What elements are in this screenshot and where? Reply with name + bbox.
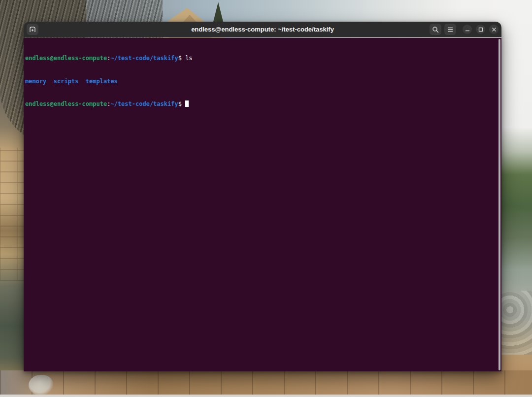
maximize-button[interactable] — [476, 25, 485, 34]
directory-name: memory — [25, 78, 46, 85]
wallpaper-tree — [213, 2, 224, 24]
search-icon — [432, 26, 439, 33]
prompt-path: ~/test-code/taskify — [110, 100, 178, 107]
wallpaper-rocks — [500, 291, 532, 355]
terminal-cursor — [185, 100, 189, 107]
terminal-line-ls-output: memoryscriptstemplates — [25, 78, 497, 86]
minimize-button[interactable] — [463, 25, 472, 34]
terminal-window: endless@endless-compute: ~/test-code/tas… — [24, 22, 501, 371]
command-text: ls — [185, 55, 192, 62]
wallpaper-planks — [0, 370, 532, 397]
search-button[interactable] — [430, 24, 441, 35]
wallpaper-white-figure — [29, 375, 53, 396]
terminal-line-current-prompt: endless@endless-compute:~/test-code/task… — [25, 100, 497, 108]
prompt-path: ~/test-code/taskify — [110, 55, 178, 62]
prompt-user-host: endless@endless-compute — [25, 100, 107, 107]
menu-button[interactable] — [444, 24, 456, 35]
close-button[interactable] — [489, 25, 499, 34]
directory-name: scripts — [54, 78, 79, 85]
bottom-panel-strip — [0, 395, 532, 397]
terminal-scrollbar[interactable] — [499, 39, 500, 370]
tab-new-icon — [29, 26, 36, 33]
prompt-symbol: $ — [178, 55, 185, 62]
desktop: endless@endless-compute: ~/test-code/tas… — [0, 0, 532, 397]
prompt-user-host: endless@endless-compute — [25, 55, 107, 62]
close-icon — [492, 27, 497, 32]
maximize-icon — [478, 27, 483, 32]
titlebar[interactable]: endless@endless-compute: ~/test-code/tas… — [24, 22, 501, 37]
terminal-line-prompt-ls: endless@endless-compute:~/test-code/task… — [25, 55, 497, 63]
minimize-icon — [465, 27, 470, 32]
terminal-body[interactable]: endless@endless-compute:~/test-code/task… — [24, 38, 501, 371]
prompt-symbol: $ — [178, 100, 185, 107]
new-tab-button[interactable] — [27, 24, 38, 35]
hamburger-menu-icon — [447, 27, 453, 32]
directory-name: templates — [86, 78, 118, 85]
